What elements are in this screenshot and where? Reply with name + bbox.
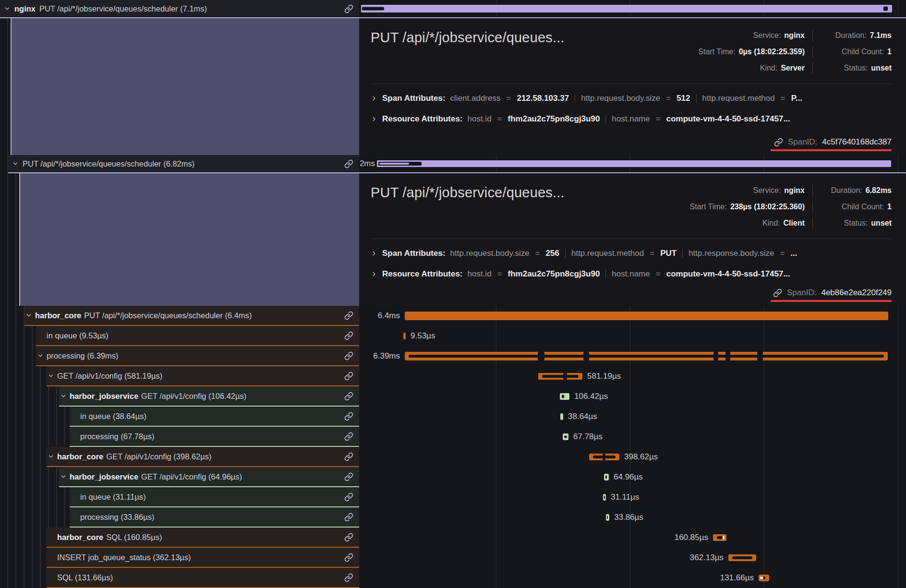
tree-row-block[interactable]: harbor_corePUT /api/*/jobservice/queues/… (24, 306, 359, 326)
copy-link-icon[interactable] (344, 4, 353, 13)
copy-link-icon[interactable] (774, 138, 783, 147)
tree-row-block[interactable]: SQL (131.66µs) (47, 568, 359, 588)
gantt-row: 106.42µs (359, 386, 906, 407)
duration-label: 9.53µs (411, 331, 435, 341)
copy-link-icon[interactable] (344, 311, 353, 320)
span-row-nginx-block[interactable]: nginx PUT /api/*/jobservice/queues/sched… (0, 0, 359, 18)
bar-notch (607, 516, 608, 519)
meta-kind: Kind:Server (698, 62, 812, 74)
copy-link-icon[interactable] (344, 392, 353, 401)
attr-key: host.name (612, 114, 650, 124)
trace-tree-row: harbor_jobserviceGET /api/v1/config (64.… (0, 467, 359, 487)
chevron-spacer (71, 433, 77, 440)
span-id-block: SpanID: 4eb86e2ea220f249 (771, 288, 892, 302)
copy-link-icon[interactable] (344, 533, 353, 542)
copy-link-icon[interactable] (344, 372, 353, 381)
tree-row-block[interactable]: processing (33.86µs) (70, 507, 359, 528)
copy-link-icon[interactable] (344, 452, 353, 461)
tree-row-block[interactable]: GET /api/v1/config (581.19µs) (47, 366, 359, 386)
duration-label: 67.78µs (573, 432, 603, 442)
trace-span-bar[interactable] (405, 352, 888, 360)
gantt-row: 9.53µs (359, 326, 906, 346)
tree-row-block[interactable]: INSERT job_queue_status (362.13µs) (47, 548, 359, 568)
trace-span-bar[interactable] (538, 373, 582, 380)
span-label: SQL (131.66µs) (57, 573, 113, 582)
tree-row-block[interactable]: harbor_coreGET /api/v1/config (398.62µs) (47, 447, 359, 467)
trace-span-bar[interactable] (728, 554, 756, 561)
trace-span-bar[interactable] (603, 494, 606, 501)
selected-span-highlight[interactable] (11, 18, 359, 155)
tree-row-block[interactable]: in queue (38.64µs) (70, 407, 359, 427)
tree-row-block[interactable]: harbor_coreSQL (160.85µs) (47, 528, 359, 548)
trace-span-bar[interactable] (361, 5, 892, 12)
trace-span-bar[interactable] (405, 312, 888, 320)
trace-span-bar[interactable] (589, 454, 619, 460)
attr-key: host.id (468, 114, 492, 124)
meta-start-time: Start Time:0µs (18:02:25.359) (698, 46, 812, 58)
tree-row-block[interactable]: harbor_jobserviceGET /api/v1/config (64.… (59, 467, 359, 487)
duration-label: 106.42µs (574, 392, 608, 401)
chevron-down-icon[interactable] (60, 393, 67, 399)
tree-row-block[interactable]: in queue (9.53µs) (36, 326, 359, 346)
copy-link-icon[interactable] (344, 513, 353, 522)
copy-link-icon[interactable] (344, 412, 353, 421)
gantt-row: 581.19µs (359, 366, 906, 386)
chevron-down-icon[interactable] (37, 352, 44, 359)
tree-row-block[interactable]: processing (6.39ms) (36, 346, 359, 366)
tree-indent-guides (0, 155, 8, 173)
attr-equals: = (656, 269, 661, 279)
chevron-down-icon[interactable] (25, 312, 32, 319)
gantt-row: 6.4ms (359, 306, 906, 326)
divider (371, 239, 892, 239)
trace-tree-row: in queue (9.53µs) (0, 326, 359, 346)
span-id-value: 4c5f7640168dc387 (822, 137, 892, 147)
copy-link-icon[interactable] (344, 573, 353, 582)
copy-link-icon[interactable] (344, 351, 353, 360)
copy-link-icon[interactable] (344, 472, 353, 481)
trace-span-bar[interactable] (377, 160, 891, 167)
attr-separator (682, 249, 683, 258)
bar-notch (883, 7, 888, 11)
copy-link-icon[interactable] (344, 492, 353, 502)
chevron-down-icon[interactable] (4, 5, 11, 12)
tree-row-block[interactable]: processing (67.78µs) (70, 427, 359, 447)
duration-label: 33.86µs (614, 513, 643, 522)
copy-link-icon[interactable] (773, 288, 782, 298)
tree-row-block[interactable]: harbor_jobserviceGET /api/v1/config (106… (59, 386, 359, 407)
chevron-right-icon[interactable] (371, 271, 377, 277)
attr-key: host.id (468, 269, 492, 279)
trace-span-bar[interactable] (606, 514, 609, 521)
trace-tree-row: processing (67.78µs) (0, 427, 359, 447)
attr-separator (575, 94, 575, 103)
copy-link-icon[interactable] (344, 432, 353, 441)
chevron-right-icon[interactable] (371, 250, 377, 257)
trace-span-bar[interactable] (604, 474, 609, 480)
span-row-put-client-block[interactable]: PUT /api/*/jobservice/queues/scheduler (… (8, 155, 359, 173)
service-name: harbor_jobservice (70, 472, 138, 481)
selected-span-highlight[interactable] (19, 173, 359, 306)
chevron-right-icon[interactable] (371, 116, 377, 122)
chevron-down-icon[interactable] (12, 160, 19, 167)
trace-span-bar[interactable] (560, 393, 569, 400)
copy-link-icon[interactable] (344, 331, 353, 340)
tree-row-block[interactable]: in queue (31.11µs) (70, 487, 359, 507)
duration-label: 581.19µs (587, 372, 621, 381)
chevron-down-icon[interactable] (60, 473, 67, 480)
chevron-down-icon[interactable] (48, 453, 54, 460)
trace-span-bar[interactable] (759, 575, 769, 581)
divider (371, 84, 892, 84)
chevron-right-icon[interactable] (371, 95, 377, 102)
trace-span-bar[interactable] (403, 333, 406, 339)
attr-items: http.request.body.size=256http.request.m… (450, 249, 892, 258)
timeline-strip-nginx (359, 0, 906, 18)
trace-span-bar[interactable] (560, 413, 563, 420)
copy-link-icon[interactable] (344, 159, 353, 168)
bar-notch (605, 476, 607, 479)
chevron-spacer (48, 534, 54, 540)
chevron-down-icon[interactable] (48, 372, 54, 379)
trace-span-bar[interactable] (713, 534, 726, 541)
trace-tree-row: GET /api/v1/config (581.19µs) (0, 366, 359, 386)
copy-link-icon[interactable] (344, 553, 353, 562)
trace-span-bar[interactable] (563, 433, 568, 440)
span-id-label: SpanID: (788, 137, 817, 147)
